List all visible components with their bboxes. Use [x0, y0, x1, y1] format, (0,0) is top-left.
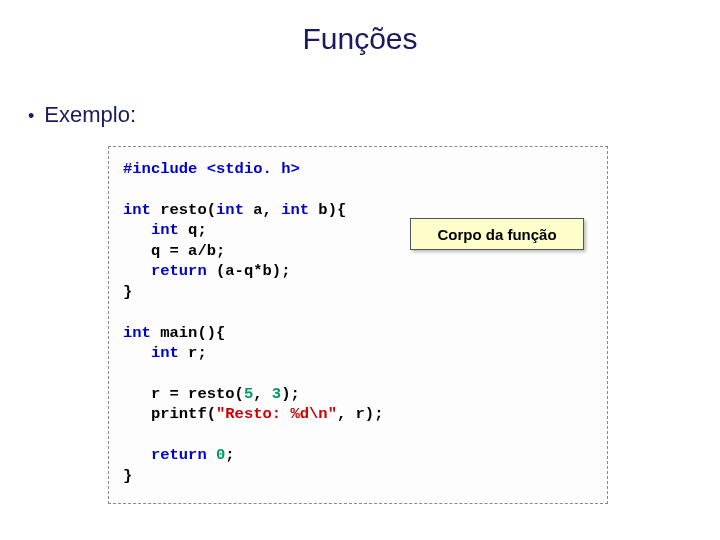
code-num-5: 5	[244, 385, 253, 403]
code-q-decl: q;	[179, 221, 207, 239]
code-printf-b: , r);	[337, 405, 384, 423]
code-ret-expr: (a-q*b);	[207, 262, 291, 280]
code-r-decl: r;	[179, 344, 207, 362]
code-kw-int-1: int	[123, 201, 151, 219]
bullet-text: Exemplo:	[44, 102, 136, 128]
code-brace-2: }	[123, 467, 132, 485]
code-include-hdr: <stdio. h>	[207, 160, 300, 178]
code-printf-str: "Resto: %d\n"	[216, 405, 337, 423]
slide-title: Funções	[0, 0, 720, 56]
callout-label: Corpo da função	[437, 226, 556, 243]
code-kw-return-1: return	[151, 262, 207, 280]
callout-box: Corpo da função	[410, 218, 584, 250]
code-resto-sig-b: a,	[244, 201, 281, 219]
bullet-row: • Exemplo:	[28, 102, 136, 128]
bullet-dot-icon: •	[28, 107, 34, 125]
code-block: #include <stdio. h> int resto(int a, int…	[108, 146, 608, 504]
code-comma: ,	[253, 385, 272, 403]
code-main-sig: main(){	[151, 324, 225, 342]
code-num-3: 3	[272, 385, 281, 403]
code-kw-int-4: int	[151, 221, 179, 239]
code-num-0: 0	[216, 446, 225, 464]
code-kw-int-3: int	[281, 201, 309, 219]
code-kw-int-6: int	[151, 344, 179, 362]
code-call-b: );	[281, 385, 300, 403]
code-kw-return-2: return	[151, 446, 207, 464]
code-printf-a: printf(	[123, 405, 216, 423]
code-brace-1: }	[123, 283, 132, 301]
code-kw-int-5: int	[123, 324, 151, 342]
code-resto-sig-a: resto(	[151, 201, 216, 219]
code-kw-int-2: int	[216, 201, 244, 219]
code-q-assign: q = a/b;	[123, 242, 225, 260]
code-ret0-b: ;	[225, 446, 234, 464]
code-resto-sig-c: b){	[309, 201, 346, 219]
code-include-kw: #include	[123, 160, 207, 178]
code-content: #include <stdio. h> int resto(int a, int…	[123, 159, 593, 486]
code-call-a: r = resto(	[123, 385, 244, 403]
code-ret0-a	[123, 446, 151, 464]
